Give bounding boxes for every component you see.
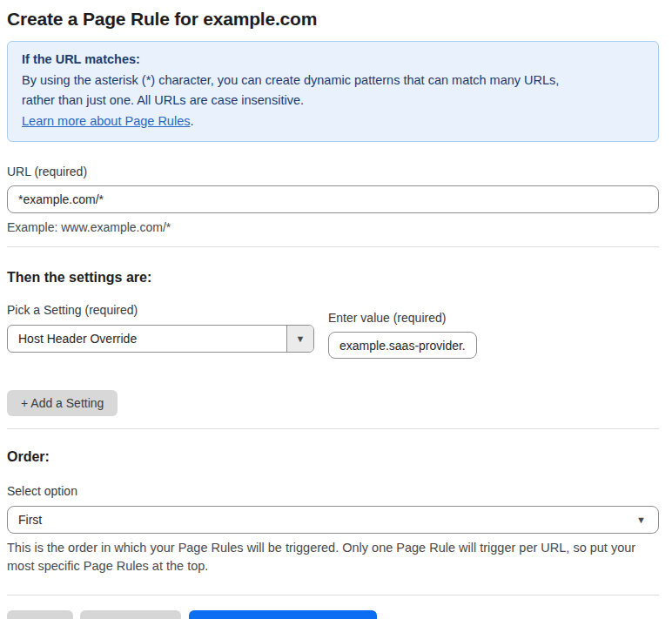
info-box-body-line-1: By using the asterisk (*) character, you… [22,71,644,91]
settings-row: Pick a Setting (required) Host Header Ov… [7,303,659,359]
url-example-helper: Example: www.example.com/* [7,220,659,235]
select-option-label: Select option [7,484,659,498]
cancel-button[interactable]: Cancel [7,610,73,619]
order-helper-text: This is the order in which your Page Rul… [7,539,659,575]
dropdown-arrow-button[interactable]: ▼ [286,326,313,352]
section-divider [7,428,659,429]
pick-setting-label: Pick a Setting (required) [7,303,314,317]
section-divider [7,246,659,247]
page-title: Create a Page Rule for example.com [7,7,659,31]
save-as-draft-button[interactable]: Save as Draft [80,610,182,619]
url-input[interactable] [7,185,659,213]
url-matches-info-box: If the URL matches: By using the asteris… [7,41,659,142]
order-select[interactable]: First ▼ [7,506,659,534]
enter-value-label: Enter value (required) [328,311,477,325]
info-box-link-line: Learn more about Page Rules. [22,111,644,132]
footer-actions: Cancel Save as Draft Save and Deploy Pag… [7,610,659,619]
url-field-label: URL (required) [7,165,659,178]
pick-setting-dropdown[interactable]: Host Header Override ▼ [7,325,314,353]
add-setting-button[interactable]: + Add a Setting [7,390,118,416]
save-and-deploy-button[interactable]: Save and Deploy Page Rule [189,610,377,619]
caret-down-icon: ▼ [636,507,646,533]
order-section-heading: Order: [7,449,659,465]
learn-more-link[interactable]: Learn more about Page Rules [22,114,190,128]
pick-setting-selected-value: Host Header Override [8,326,286,352]
footer-divider [7,595,659,595]
link-period: . [190,114,193,128]
info-box-body-line-2: rather than just one. All URLs are case … [22,91,644,111]
pick-setting-group: Pick a Setting (required) Host Header Ov… [7,303,314,353]
settings-section-heading: Then the settings are: [7,270,659,286]
enter-value-group: Enter value (required) [328,311,477,359]
order-selected-value: First [18,513,42,527]
setting-value-input[interactable] [328,332,477,359]
caret-down-icon: ▼ [296,333,306,344]
info-box-heading: If the URL matches: [22,50,644,71]
